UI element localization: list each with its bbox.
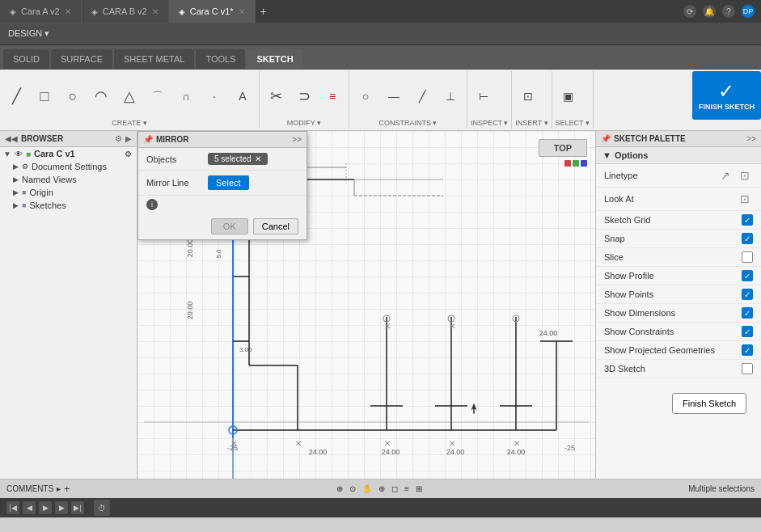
sketch-palette-row-3d[interactable]: 3D Sketch <box>596 360 761 378</box>
ribbon-mirror-tool[interactable]: ⊃ <box>291 86 317 107</box>
ribbon-spline-tool[interactable]: ⌒ <box>145 87 171 105</box>
status-bar-add-icon[interactable]: + <box>64 483 70 495</box>
lookat-icon[interactable]: ⊡ <box>737 191 753 207</box>
tool-icon-5[interactable]: ◻ <box>391 484 398 493</box>
view-cube[interactable]: TOP <box>539 139 587 179</box>
browser-item-expand-views[interactable]: ▶ <box>13 175 19 184</box>
sketch-grid-checkbox[interactable]: ✓ <box>742 214 753 226</box>
tool-icon-1[interactable]: ⊕ <box>336 484 343 493</box>
nav-prev-start-button[interactable]: |◀ <box>6 501 19 514</box>
tab-sketch[interactable]: SKETCH <box>247 49 302 69</box>
mirror-dialog-pin-icon[interactable]: 📌 <box>143 135 153 144</box>
finish-sketch-ribbon-button[interactable]: ✓ FINISH SKETCH <box>692 71 761 120</box>
mirror-dialog-expand-icon[interactable]: >> <box>292 135 302 144</box>
browser-item-origin[interactable]: ▶ ■ Origin <box>0 186 137 199</box>
nav-play-button[interactable]: ▶ <box>39 501 52 514</box>
sketch-palette-row-grid[interactable]: Sketch Grid ✓ <box>596 211 761 230</box>
browser-item-eye-cara-c[interactable]: 👁 <box>15 150 23 158</box>
tool-icon-3[interactable]: ✋ <box>362 484 372 493</box>
ribbon-constraint-4[interactable]: ⊥ <box>438 87 463 105</box>
tool-icon-4[interactable]: ⊕ <box>378 484 385 493</box>
mirror-dialog-clear-icon[interactable]: ✕ <box>255 154 261 163</box>
ribbon-text-tool[interactable]: A <box>230 87 256 105</box>
3d-sketch-checkbox[interactable] <box>742 363 753 374</box>
browser-expand-icon[interactable]: ▶ <box>125 134 132 143</box>
new-tab-button[interactable]: + <box>256 3 272 19</box>
mirror-dialog-selected-badge[interactable]: 5 selected ✕ <box>208 153 268 165</box>
sketch-palette-row-constraints[interactable]: Show Constraints ✓ <box>596 323 761 341</box>
browser-item-expand-origin[interactable]: ▶ <box>13 188 19 196</box>
ribbon-rect-tool[interactable]: □ <box>32 86 57 107</box>
tab-close-cara-b[interactable]: ✕ <box>152 7 159 16</box>
tab-solid[interactable]: SOLID <box>3 49 49 69</box>
tab-sheet-metal[interactable]: SHEET METAL <box>114 49 194 69</box>
ribbon-circle-tool[interactable]: ○ <box>60 86 86 107</box>
show-constraints-checkbox[interactable]: ✓ <box>742 326 753 337</box>
sketch-palette-pin-icon[interactable]: 📌 <box>601 134 611 143</box>
ribbon-conic-tool[interactable]: ∩ <box>173 87 199 105</box>
sketch-palette-row-profile[interactable]: Show Profile ✓ <box>596 267 761 285</box>
tab-tools[interactable]: TOOLS <box>196 49 245 69</box>
browser-item-expand-sketches[interactable]: ▶ <box>13 201 19 209</box>
finish-sketch-panel-button[interactable]: Finish Sketch <box>672 393 746 414</box>
mirror-dialog-cancel-button[interactable]: Cancel <box>253 218 298 234</box>
browser-item-sketches[interactable]: ▶ ■ Sketches <box>0 199 137 212</box>
sketch-palette-row-points[interactable]: Show Points ✓ <box>596 285 761 304</box>
nav-prev-button[interactable]: ◀ <box>23 501 36 514</box>
ribbon-select-tool[interactable]: ▣ <box>556 87 581 105</box>
sketch-palette-expand-icon[interactable]: >> <box>746 134 756 143</box>
browser-item-expand-doc[interactable]: ▶ <box>13 163 19 171</box>
sketch-palette-row-slice[interactable]: Slice <box>596 248 761 267</box>
comments-label[interactable]: COMMENTS <box>6 484 53 493</box>
ribbon-constraint-2[interactable]: — <box>381 87 407 105</box>
browser-item-cara-c[interactable]: ▼ 👁 ■ Cara C v1 ⚙ <box>0 147 137 160</box>
browser-item-named-views[interactable]: ▶ Named Views <box>0 173 137 186</box>
sketch-palette-row-dimensions[interactable]: Show Dimensions ✓ <box>596 304 761 323</box>
ribbon-constraint-1[interactable]: ○ <box>353 87 378 105</box>
browser-item-doc-settings[interactable]: ▶ ⚙ Document Settings <box>0 160 137 173</box>
tab-cara-a[interactable]: ◈ Cara A v2 ✕ <box>0 0 82 23</box>
tab-close-cara-a[interactable]: ✕ <box>65 7 71 16</box>
ribbon-point-tool[interactable]: · <box>201 87 227 105</box>
ribbon-offset-tool[interactable]: ≡ <box>319 87 345 105</box>
tab-surface[interactable]: SURFACE <box>51 49 112 69</box>
browser-item-expand-cara-c[interactable]: ▼ <box>3 150 11 158</box>
nav-next-end-button[interactable]: ▶| <box>71 501 84 514</box>
show-projected-checkbox[interactable]: ✓ <box>742 344 753 356</box>
tool-icon-7[interactable]: ⊞ <box>416 484 422 493</box>
refresh-button[interactable]: ⟳ <box>683 5 696 18</box>
snap-checkbox[interactable]: ✓ <box>742 233 753 244</box>
help-button[interactable]: ? <box>722 5 735 18</box>
ribbon-line-tool[interactable]: ╱ <box>3 86 29 107</box>
sketch-palette-row-projected[interactable]: Show Projected Geometries ✓ <box>596 341 761 360</box>
ribbon-insert-image[interactable]: ⊡ <box>515 87 541 105</box>
linetype-icon-2[interactable]: ⊡ <box>737 167 753 184</box>
sketch-palette-options-header[interactable]: ▼ Options <box>596 147 761 164</box>
tool-icon-2[interactable]: ⊙ <box>349 484 356 493</box>
tab-close-cara-c[interactable]: ✕ <box>239 7 245 16</box>
design-menu-button[interactable]: DESIGN ▾ <box>3 25 54 43</box>
show-dimensions-checkbox[interactable]: ✓ <box>742 307 753 319</box>
timeline-icon[interactable]: ⏱ <box>94 500 110 516</box>
tool-icon-6[interactable]: ≡ <box>404 484 409 493</box>
notification-button[interactable]: 🔔 <box>703 5 716 18</box>
ribbon-constraint-3[interactable]: ╱ <box>409 87 435 105</box>
status-bar-expand-icon[interactable]: ▸ <box>57 484 61 493</box>
slice-checkbox[interactable] <box>742 251 753 263</box>
tab-cara-b[interactable]: ◈ CARA B v2 ✕ <box>82 0 169 23</box>
canvas-area[interactable]: 20.00 3.00 20.00 20.00 3.00 5.0 24.00 24… <box>137 131 595 479</box>
user-avatar[interactable]: DP <box>742 5 755 18</box>
ribbon-arc-tool[interactable]: ◠ <box>88 86 114 107</box>
show-points-checkbox[interactable]: ✓ <box>742 289 753 300</box>
mirror-dialog-ok-button[interactable]: OK <box>211 218 248 234</box>
tab-cara-c[interactable]: ◈ Cara C v1* ✕ <box>169 0 256 23</box>
nav-next-button[interactable]: ▶ <box>55 501 68 514</box>
ribbon-measure-tool[interactable]: ⊢ <box>471 87 497 105</box>
ribbon-scissors-tool[interactable]: ✂ <box>263 86 289 107</box>
browser-options-icon[interactable]: ⚙ <box>115 134 122 143</box>
sketch-palette-row-snap[interactable]: Snap ✓ <box>596 230 761 248</box>
linetype-icon-1[interactable]: ↗ <box>717 167 734 184</box>
show-profile-checkbox[interactable]: ✓ <box>742 270 753 281</box>
mirror-dialog-select-button[interactable]: Select <box>208 175 249 190</box>
browser-collapse-icon[interactable]: ◀◀ <box>5 134 18 143</box>
